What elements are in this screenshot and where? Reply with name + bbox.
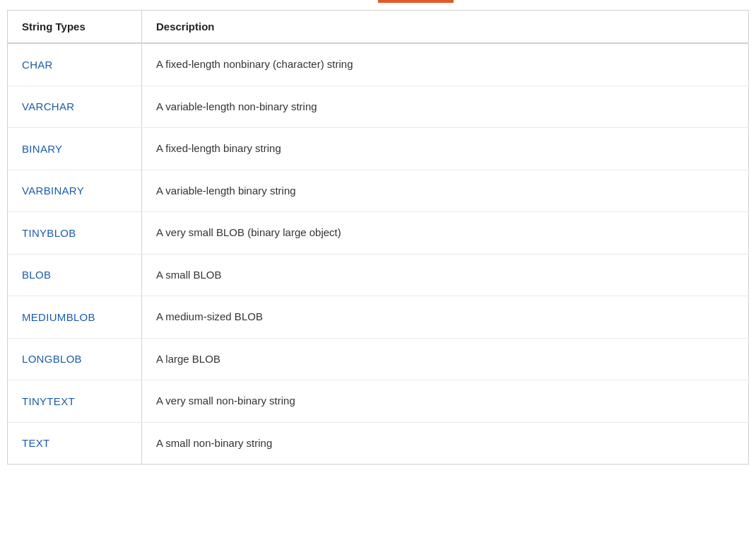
type-link-char[interactable]: CHAR: [22, 59, 53, 71]
table-row: VARBINARYA variable-length binary string: [8, 170, 749, 212]
type-cell: BINARY: [8, 128, 142, 170]
type-link-varbinary[interactable]: VARBINARY: [22, 185, 84, 197]
type-cell: BLOB: [8, 254, 142, 296]
type-cell: VARCHAR: [8, 86, 142, 128]
table-row: TEXTA small non-binary string: [8, 422, 749, 465]
type-link-longblob[interactable]: LONGBLOB: [22, 353, 82, 365]
type-cell: LONGBLOB: [8, 338, 142, 380]
table-row: BINARYA fixed-length binary string: [8, 128, 749, 170]
string-types-table: String Types Description CHARA fixed-len…: [7, 10, 749, 465]
table-row: TINYBLOBA very small BLOB (binary large …: [8, 212, 749, 255]
description-cell: A large BLOB: [142, 338, 749, 380]
description-cell: A fixed-length nonbinary (character) str…: [142, 43, 749, 86]
table-row: VARCHARA variable-length non-binary stri…: [8, 86, 749, 128]
table-row: MEDIUMBLOBA medium-sized BLOB: [8, 296, 749, 339]
description-cell: A variable-length non-binary string: [142, 86, 749, 128]
type-link-tinytext[interactable]: TINYTEXT: [22, 395, 75, 407]
type-cell: TEXT: [8, 422, 142, 465]
type-cell: TINYTEXT: [8, 380, 142, 423]
type-link-text[interactable]: TEXT: [22, 437, 50, 449]
table-row: TINYTEXTA very small non-binary string: [8, 380, 749, 423]
column-header-description: Description: [142, 11, 749, 44]
table-row: BLOBA small BLOB: [8, 254, 749, 296]
type-link-tinyblob[interactable]: TINYBLOB: [22, 227, 76, 239]
type-link-binary[interactable]: BINARY: [22, 143, 62, 155]
table-row: LONGBLOBA large BLOB: [8, 338, 749, 380]
table-wrapper: String Types Description CHARA fixed-len…: [0, 10, 756, 465]
description-cell: A variable-length binary string: [142, 170, 749, 212]
column-header-string-types: String Types: [8, 11, 142, 44]
description-cell: A small BLOB: [142, 254, 749, 296]
page-container: String Types Description CHARA fixed-len…: [0, 0, 756, 560]
type-cell: TINYBLOB: [8, 212, 142, 255]
type-cell: CHAR: [8, 43, 142, 86]
top-accent-bar: [0, 0, 756, 3]
type-cell: VARBINARY: [8, 170, 142, 212]
type-link-mediumblob[interactable]: MEDIUMBLOB: [22, 311, 95, 323]
description-cell: A very small BLOB (binary large object): [142, 212, 749, 255]
description-cell: A fixed-length binary string: [142, 128, 749, 170]
type-cell: MEDIUMBLOB: [8, 296, 142, 339]
description-cell: A medium-sized BLOB: [142, 296, 749, 339]
description-cell: A small non-binary string: [142, 422, 749, 465]
type-link-blob[interactable]: BLOB: [22, 269, 51, 281]
description-cell: A very small non-binary string: [142, 380, 749, 423]
type-link-varchar[interactable]: VARCHAR: [22, 100, 74, 112]
table-row: CHARA fixed-length nonbinary (character)…: [8, 43, 749, 86]
table-header-row: String Types Description: [8, 11, 749, 44]
